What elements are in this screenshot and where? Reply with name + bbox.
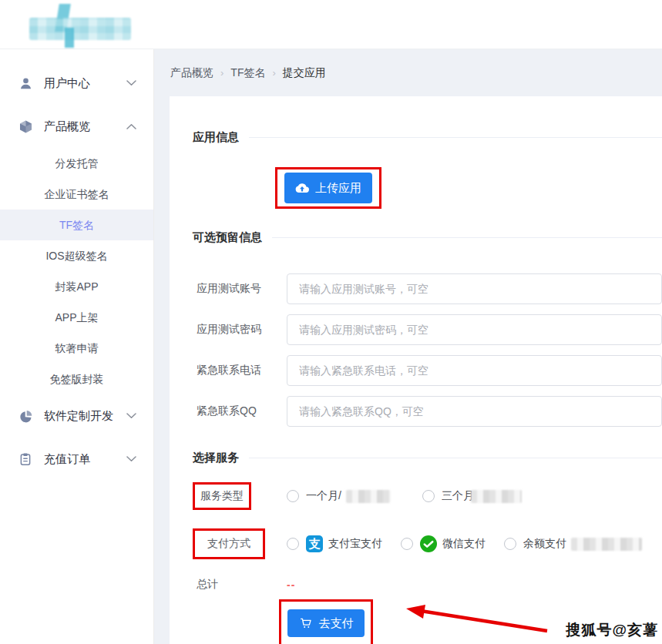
breadcrumb-tf-sign[interactable]: TF签名 bbox=[230, 66, 265, 80]
redacted-price bbox=[471, 490, 522, 503]
pay-annotation-box: 去支付 bbox=[279, 599, 373, 644]
payment-method-row: 支付方式 支 支付宝支付 微信支付 余额支付 bbox=[193, 528, 662, 559]
go-pay-button[interactable]: 去支付 bbox=[287, 609, 365, 637]
breadcrumb: 产品概览 › TF签名 › 提交应用 bbox=[154, 49, 662, 96]
form-row-emergency-qq: 紧急联系QQ bbox=[193, 396, 662, 427]
cloud-upload-icon bbox=[295, 181, 309, 195]
radio-icon[interactable] bbox=[422, 490, 435, 502]
service-type-row: 服务类型 一个月/ 三个月 bbox=[193, 482, 662, 510]
sidebar-item-software-copyright[interactable]: 软著申请 bbox=[0, 333, 153, 364]
clipboard-icon bbox=[18, 451, 34, 467]
wechat-icon bbox=[420, 535, 437, 552]
main-content: 产品概览 › TF签名 › 提交应用 应用信息 上传应用 bbox=[154, 49, 662, 644]
sidebar-item-enterprise-cert-sign[interactable]: 企业证书签名 bbox=[0, 179, 153, 210]
sidebar-item-signfree-package[interactable]: 免签版封装 bbox=[0, 364, 153, 394]
service-option-one-month[interactable]: 一个月/ bbox=[287, 489, 391, 503]
breadcrumb-submit-app: 提交应用 bbox=[283, 66, 326, 80]
cube-icon bbox=[18, 119, 34, 134]
section-optional-info: 可选预留信息 bbox=[193, 230, 662, 245]
form-row-emergency-phone: 紧急联系电话 bbox=[193, 355, 662, 386]
radio-icon[interactable] bbox=[287, 538, 299, 550]
radio-icon[interactable] bbox=[401, 538, 413, 550]
section-app-info: 应用信息 bbox=[193, 130, 662, 145]
sidebar-item-distribution-hosting[interactable]: 分发托管 bbox=[0, 148, 153, 179]
test-account-input[interactable] bbox=[287, 273, 662, 304]
redacted-balance bbox=[571, 538, 642, 551]
sidebar-item-ios-super-sign[interactable]: IOS超级签名 bbox=[0, 240, 153, 271]
app-logo-pixelation bbox=[29, 18, 131, 40]
sidebar-item-recharge-orders[interactable]: 充值订单 bbox=[0, 438, 153, 481]
chevron-down-icon bbox=[126, 413, 136, 419]
pie-chart-icon bbox=[18, 408, 34, 424]
emergency-phone-input[interactable] bbox=[287, 355, 662, 386]
emergency-phone-label: 紧急联系电话 bbox=[193, 364, 287, 377]
sidebar-item-package-app[interactable]: 封装APP bbox=[0, 271, 153, 302]
section-title: 应用信息 bbox=[193, 130, 239, 145]
watermark-text: 搜狐号@亥薯 bbox=[566, 620, 658, 640]
emergency-qq-input[interactable] bbox=[287, 396, 662, 427]
total-row: 总计 -- bbox=[193, 578, 662, 592]
go-pay-button-label: 去支付 bbox=[319, 616, 354, 631]
section-divider bbox=[249, 137, 662, 138]
breadcrumb-separator-icon: › bbox=[220, 67, 223, 79]
sidebar-item-label: 产品概览 bbox=[44, 119, 90, 134]
radio-icon[interactable] bbox=[287, 490, 299, 502]
form-row-test-password: 应用测试密码 bbox=[193, 314, 662, 345]
payment-option-wechat[interactable]: 微信支付 bbox=[401, 535, 486, 552]
submit-app-card: 应用信息 上传应用 可选预留信息 应用测试账号 bbox=[170, 96, 662, 644]
user-icon bbox=[18, 75, 34, 91]
test-password-label: 应用测试密码 bbox=[193, 323, 287, 337]
sidebar-item-tf-sign-active[interactable]: TF签名 bbox=[0, 210, 153, 240]
sidebar-item-product-overview[interactable]: 产品概览 bbox=[0, 105, 153, 148]
section-divider bbox=[272, 237, 662, 238]
upload-annotation-box: 上传应用 bbox=[275, 167, 381, 209]
cart-icon bbox=[299, 616, 313, 630]
app-logo-blurred bbox=[29, 5, 131, 45]
upload-app-button[interactable]: 上传应用 bbox=[284, 173, 372, 203]
payment-option-alipay[interactable]: 支 支付宝支付 bbox=[287, 535, 382, 552]
test-account-label: 应用测试账号 bbox=[193, 282, 287, 296]
total-label: 总计 bbox=[193, 578, 218, 592]
emergency-qq-label: 紧急联系QQ bbox=[193, 404, 287, 418]
sidebar-item-label: 用户中心 bbox=[44, 76, 90, 91]
section-divider bbox=[249, 458, 662, 458]
total-value: -- bbox=[287, 579, 295, 591]
sidebar-item-user-center[interactable]: 用户中心 bbox=[0, 62, 153, 105]
chevron-down-icon bbox=[126, 456, 136, 462]
sidebar-item-custom-dev[interactable]: 软件定制开发 bbox=[0, 394, 153, 438]
redacted-price bbox=[346, 490, 391, 503]
sidebar-submenu-product: 分发托管 企业证书签名 TF签名 IOS超级签名 封装APP APP上架 软著申… bbox=[0, 148, 153, 394]
sidebar: 用户中心 产品概览 分发托管 企业证书签名 TF签名 IOS超级签名 封装APP… bbox=[0, 49, 154, 644]
alipay-icon: 支 bbox=[306, 535, 323, 552]
upload-app-button-label: 上传应用 bbox=[315, 181, 361, 196]
sidebar-item-app-launch[interactable]: APP上架 bbox=[0, 302, 153, 333]
form-row-test-account: 应用测试账号 bbox=[193, 273, 662, 304]
chevron-up-icon bbox=[126, 123, 136, 129]
section-title: 可选预留信息 bbox=[193, 230, 262, 245]
payment-method-annotation-box: 支付方式 bbox=[193, 528, 265, 559]
service-type-annotation-box: 服务类型 bbox=[193, 482, 251, 510]
sidebar-item-label: 充值订单 bbox=[44, 452, 90, 467]
section-title: 选择服务 bbox=[193, 451, 239, 465]
service-option-three-month[interactable]: 三个月 bbox=[422, 489, 522, 503]
chevron-down-icon bbox=[126, 80, 136, 86]
payment-option-balance[interactable]: 余额支付 bbox=[504, 537, 642, 551]
breadcrumb-product-overview[interactable]: 产品概览 bbox=[170, 66, 213, 80]
test-password-input[interactable] bbox=[287, 314, 662, 345]
section-select-service: 选择服务 bbox=[193, 451, 662, 465]
top-header bbox=[0, 0, 662, 49]
radio-icon[interactable] bbox=[504, 538, 516, 550]
breadcrumb-separator-icon: › bbox=[272, 67, 275, 79]
sidebar-item-label: 软件定制开发 bbox=[44, 409, 113, 424]
